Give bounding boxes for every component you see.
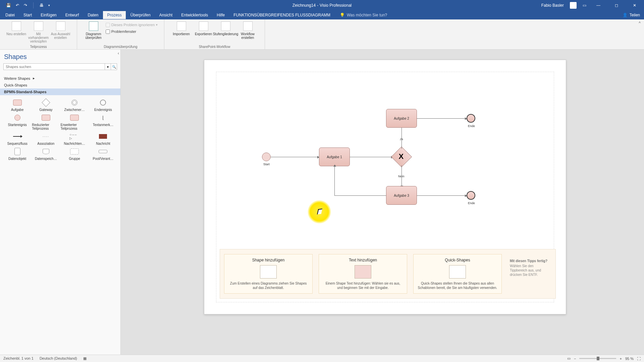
tip-hint: Mit diesen Tipps fertig? Wählen Sie den … [508,254,551,294]
edge-gateway-down[interactable] [401,165,402,186]
qat-more-icon[interactable]: ▾ [48,4,50,7]
shape-nachricht[interactable]: Nachricht [89,132,117,145]
node-gateway[interactable]: X [391,146,412,167]
menu-start[interactable]: Start [19,11,36,19]
shape-gruppe[interactable]: Gruppe [61,147,89,161]
label-start: Start [263,163,270,166]
share-button[interactable]: Teilen [630,13,640,17]
user-name[interactable]: Fabio Basler [541,3,564,8]
fit-page-icon[interactable]: ⛶ [637,357,641,361]
close-button[interactable]: ✕ [629,3,641,8]
node-task3[interactable]: Aufgabe 3 [386,186,417,205]
shape-sequenzfluss[interactable]: Sequenzfluss [3,132,31,145]
shape-nachrichtenfluss[interactable]: ○––▷Nachrichten… [61,132,89,145]
edge-loop-h[interactable] [334,195,386,196]
shape-zwischenereignis[interactable]: Zwischener… [61,99,89,112]
share-icon: 👤 [623,13,628,17]
node-end2[interactable] [467,191,475,200]
tip-quick[interactable]: Quick-Shapes Quick-Shapes stellen Ihnen … [413,254,502,294]
menu-entwicklertools[interactable]: Entwicklertools [177,11,212,19]
edge-gateway-up[interactable] [401,127,402,149]
btn-diagramm-pruefen[interactable]: Diagramm überprüfen [84,21,104,40]
avatar[interactable] [570,2,577,9]
shape-gateway[interactable]: Gateway [32,99,60,112]
chk-ignorieren[interactable]: Dieses Problem ignorieren ▾ [106,22,158,27]
menu-daten[interactable]: Daten [84,11,102,19]
shape-erweiterter-teilprozess[interactable]: Erweiterter Teilprozess [61,114,89,130]
more-shapes[interactable]: Weitere Shapes▸ [0,70,120,82]
btn-stufengliederung[interactable]: Stufengliederung [216,21,236,40]
redo-icon[interactable]: ↷ [24,3,27,8]
menu-ueberpruefen[interactable]: Überprüfen [126,11,155,19]
shape-startereignis[interactable]: Startereignis [3,114,31,130]
macro-icon[interactable]: ▦ [83,356,87,361]
shape-textanmerkung[interactable]: ⌊Textanmerk… [89,114,117,130]
menu-hilfe[interactable]: Hilfe [213,11,229,19]
ribbon-collapse-icon[interactable]: ^ [635,19,644,49]
shape-aufgabe[interactable]: Aufgabe [3,99,31,112]
menu-datei[interactable]: Datei [1,11,19,19]
app-title: Visio Professional [320,3,352,8]
label-end1: Ende [468,124,475,128]
group-diagram-title: Diagrammüberprüfung [77,45,164,49]
maximize-button[interactable]: ◻ [610,3,623,8]
minimize-button[interactable]: — [592,3,604,8]
btn-neu-erstellen: Neu erstellen [6,21,26,43]
menu-einfuegen[interactable]: Einfügen [37,11,60,19]
view-mode-icon[interactable]: ▭ [567,356,571,361]
ribbon-opts-icon[interactable]: ▭ [583,3,586,8]
tellme-input[interactable]: Was möchten Sie tun? [347,13,387,17]
btn-exportieren[interactable]: Exportieren [194,21,214,40]
btn-importieren[interactable]: Importieren [171,21,192,40]
zoom-value[interactable]: 95 % [625,357,634,361]
save-icon[interactable]: 💾 [6,3,11,8]
ribbon: Neu erstellen Mit vorhandenem verknüpfen… [0,19,644,50]
shapes-title: Shapes [0,50,120,63]
status-page[interactable]: Zeichenbl. 1 von 1 [3,356,34,361]
zoom-in-button[interactable]: + [620,357,622,361]
shape-assoziation[interactable]: ····Assoziation [32,132,60,145]
node-task2[interactable]: Aufgabe 2 [386,109,417,128]
zoom-slider[interactable] [579,358,616,359]
stencil-bpmn[interactable]: BPMN-Standard-Shapes [0,88,120,95]
tip-text[interactable]: Text hinzufügen Einem Shape Text hinzufü… [319,254,407,294]
node-end1[interactable] [467,114,475,123]
titlebar: 💾 ↶ ↷ 🖶 ▾ Zeichnung14 - Visio Profession… [0,0,644,11]
menu-entwurf[interactable]: Entwurf [61,11,83,19]
cursor-icon [318,209,323,216]
node-start[interactable] [262,153,271,161]
menu-prozess[interactable]: Prozess [103,11,125,19]
search-dropdown-icon[interactable]: ▾ [105,63,111,70]
stencil-quick-shapes[interactable]: Quick-Shapes [0,82,120,88]
edge-task3-end2[interactable] [417,195,465,196]
tip-shape[interactable]: Shape hinzufügen Zum Erstellen eines Dia… [224,254,313,294]
shape-datenobjekt[interactable]: Datenobjekt [3,147,31,161]
node-task1[interactable]: Aufgabe 1 [319,147,350,166]
canvas-area[interactable]: Start Aufgabe 1 X Ja Nein Aufgabe 2 [121,50,644,355]
shapes-collapse-icon[interactable]: ‹ [118,51,119,56]
shape-reduzierter-teilprozess[interactable]: Reduzierter Teilprozess [32,114,60,130]
zoom-out-button[interactable]: − [574,357,576,361]
search-icon[interactable]: 🔍 [111,63,117,70]
shape-datenspeicher[interactable]: Datenspeich… [32,147,60,161]
group-sp-title: SharePoint-Workflow [164,45,265,49]
edge-start-task1[interactable] [271,157,318,157]
shapes-search-input[interactable] [3,63,105,70]
shape-endereignis[interactable]: Endereignis [89,99,117,112]
edge-task1-gateway[interactable] [350,157,391,157]
shape-pool[interactable]: Pool/Verant… [89,147,117,161]
drawing-page[interactable]: Start Aufgabe 1 X Ja Nein Aufgabe 2 [204,60,566,314]
btn-workflow-erstellen[interactable]: Workflow erstellen [238,21,258,40]
menu-crossfunctional[interactable]: FUNKTIONSÜBERGREIFENDES FLUSSDIAGRAMM [229,11,334,19]
print-icon[interactable]: 🖶 [40,3,44,8]
edge-loop-v[interactable] [334,166,335,195]
btn-aus-auswahl: Aus Auswahl erstellen [51,21,71,43]
edge-loop-up[interactable] [334,166,335,167]
undo-icon[interactable]: ↶ [16,3,19,8]
edge-task2-end1[interactable] [417,118,465,119]
status-lang[interactable]: Deutsch (Deutschland) [40,356,77,361]
tips-bar[interactable]: Shape hinzufügen Zum Erstellen eines Dia… [220,249,556,299]
chk-problemfenster[interactable]: Problemfenster [106,29,158,34]
menu-ansicht[interactable]: Ansicht [155,11,176,19]
doc-title: Zeichnung14 [292,3,316,8]
